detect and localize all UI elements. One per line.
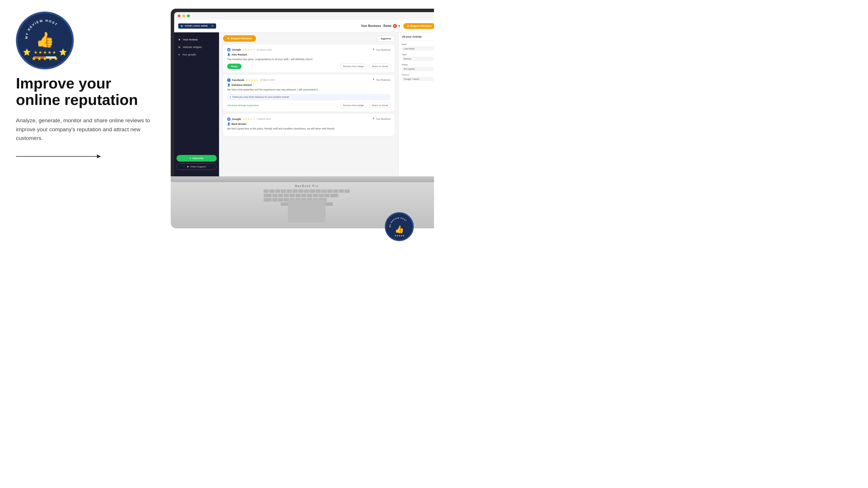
review-business: 📍 Your Business: [372, 48, 391, 51]
star-icon: ★: [178, 38, 181, 41]
laptop-brand-label: MacBook Pro: [295, 185, 318, 188]
location-icon: 📍: [372, 78, 375, 81]
logo-left-star: ⭐: [23, 48, 31, 56]
right-section: YOUR LOGO HERE ✕ Your Business · Rome 8 …: [156, 0, 434, 244]
location-icon: 📍: [372, 118, 375, 120]
subscribe-icon: ●: [189, 157, 191, 160]
reviewer-name: 👤 Mark Brown: [227, 123, 391, 126]
bottom-right-badge: MY REVIEW HOST 👍 ★★★★★: [385, 212, 414, 241]
reviews-header: ★ Request Reviews Aggiorna: [223, 35, 395, 42]
logo-stars: ★ ★ ★ ★ ★: [34, 50, 56, 55]
window-controls: [174, 12, 434, 20]
app-sidebar: ★ Your reviews ⊞ Website widgets ● Your …: [174, 32, 219, 176]
app-ui: YOUR LOGO HERE ✕ Your Business · Rome 8 …: [174, 20, 434, 176]
type-filter-value: Review: [402, 57, 434, 61]
video-icon: ▶: [187, 165, 189, 168]
topnav-request-reviews-button[interactable]: ★ Request Reviews: [403, 23, 434, 29]
location-icon: 📍: [372, 48, 375, 51]
person-icon: 👤: [227, 84, 230, 87]
circle-icon: ●: [178, 53, 180, 56]
review-business: 📍 Your Business: [372, 118, 391, 120]
sidebar-bottom: ● Subscribe ▶ Video Support: [174, 152, 219, 173]
right-panel: All your Activity Date Last Week Type Re…: [399, 32, 434, 176]
review-business: 📍 Your Business: [372, 78, 391, 81]
grid-icon: ⊞: [178, 46, 181, 48]
review-source: G Google ★ ★ ★ ★ ★: [227, 48, 272, 52]
reviews-panel: ★ Request Reviews Aggiorna: [219, 32, 399, 176]
logo-circle: MY REVIEW HOST 👍 ★ ★ ★ ★ ★ ⭐ ⭐ ★ ★ ★ ★ ★: [16, 11, 74, 69]
date-filter-value: Last Week: [402, 46, 434, 51]
notification-badge: 8: [393, 24, 397, 28]
type-filter-label: Type: [402, 53, 434, 56]
reply-filter[interactable]: Reply Not replied: [402, 63, 434, 71]
sidebar-item-your-growth[interactable]: ● Your growth: [174, 51, 219, 58]
already-replied-label: You have already responded: [227, 104, 258, 107]
minimize-dot: [182, 14, 185, 18]
facebook-reply-icon: f: [230, 96, 231, 99]
reply-button[interactable]: Reply: [227, 64, 242, 69]
type-filter[interactable]: Type Review: [402, 53, 434, 61]
review-stars: ★ ★ ★ ★ ★: [243, 118, 255, 121]
app-main: ★ Your reviews ⊞ Website widgets ● Your …: [174, 32, 434, 176]
logo-bottom-stars: ★ ★ ★ ★ ★: [32, 56, 58, 62]
screen-bezel: YOUR LOGO HERE ✕ Your Business · Rome 8 …: [174, 12, 434, 176]
source-filter-label: Source: [402, 73, 434, 76]
review-card: G Google ★ ★ ★ ★ ★: [223, 44, 395, 72]
subscribe-button[interactable]: ● Subscribe: [177, 155, 217, 162]
laptop: YOUR LOGO HERE ✕ Your Business · Rome 8 …: [171, 9, 434, 228]
app-logo: YOUR LOGO HERE ✕: [178, 24, 216, 29]
star-icon: ★: [407, 25, 409, 28]
review-text: The reception was great, congratulations…: [227, 58, 391, 61]
trackpad[interactable]: [288, 199, 326, 223]
review-card-header: G Google ★ ★ ★ ★ ★: [227, 48, 391, 52]
review-actions: Reply Remove from widget Share on Social: [227, 64, 391, 69]
google-icon: G: [227, 48, 230, 52]
source-filter-value: Google, Faceb...: [402, 77, 434, 81]
reviewer-name: 👤 Alex Rastani: [227, 53, 391, 56]
request-reviews-button[interactable]: ★ Request Reviews: [223, 35, 256, 42]
logo-close[interactable]: ✕: [211, 25, 214, 28]
review-card-header: f Facebook ★ ★ ★ ★ ★: [227, 78, 391, 82]
laptop-screen: YOUR LOGO HERE ✕ Your Business · Rome 8 …: [171, 9, 434, 176]
sidebar-item-your-reviews[interactable]: ★ Your reviews: [174, 36, 219, 43]
share-on-social-button[interactable]: Share on Social: [369, 64, 391, 69]
business-selector[interactable]: Your Business · Rome 8 ▾: [361, 24, 400, 28]
review-card-header: G Google ★ ★ ★ ★ ★: [227, 118, 391, 121]
reviewer-name: 👤 Gianluca Simoni: [227, 84, 391, 87]
date-filter-label: Date: [402, 43, 434, 46]
review-stars: ★ ★ ★ ★ ★: [246, 78, 258, 82]
video-support-button[interactable]: ▶ Video Support: [177, 163, 217, 170]
google-icon: G: [227, 118, 230, 121]
review-text: We had a visit yesterday and the experie…: [227, 88, 391, 92]
svg-text:MY REVIEW HOST: MY REVIEW HOST: [25, 19, 58, 39]
review-text: We had a great time at this place, frien…: [227, 127, 391, 131]
source-filter[interactable]: Source Google, Faceb...: [402, 73, 434, 81]
date-filter[interactable]: Date Last Week: [402, 43, 434, 51]
logo-right-star: ⭐: [59, 48, 67, 56]
remove-from-widget-button[interactable]: Remove from widget: [340, 64, 367, 69]
aggiorna-button[interactable]: Aggiorna: [377, 36, 395, 42]
review-source: G Google ★ ★ ★ ★ ★: [227, 118, 271, 121]
person-icon: 👤: [227, 123, 230, 126]
star-icon: ★: [227, 37, 229, 40]
reply-filter-value: Not replied: [402, 67, 434, 71]
review-card: f Facebook ★ ★ ★ ★ ★: [223, 75, 395, 111]
sidebar-item-website-widgets[interactable]: ⊞ Website widgets: [174, 43, 219, 51]
close-dot: [178, 14, 181, 18]
reply-filter-label: Reply: [402, 63, 434, 66]
review-stars: ★ ★ ★ ★ ★: [243, 48, 255, 51]
reply-bubble: f Thank you very much Gianluca for your …: [227, 94, 391, 100]
right-panel-title: All your Activity: [402, 35, 434, 38]
review-source: f Facebook ★ ★ ★ ★ ★: [227, 78, 275, 82]
review-card: G Google ★ ★ ★ ★ ★: [223, 114, 395, 136]
remove-from-widget-button[interactable]: Remove from widget: [340, 103, 367, 108]
app-topnav: YOUR LOGO HERE ✕ Your Business · Rome 8 …: [174, 20, 434, 32]
main-subtext: Analyze, generate, monitor and share onl…: [16, 116, 155, 142]
logo-inner: MY REVIEW HOST 👍 ★ ★ ★ ★ ★: [33, 22, 56, 59]
share-on-social-button[interactable]: Share on Social: [369, 103, 391, 108]
logo-dot: [181, 25, 183, 27]
main-heading: Improve your online reputation: [16, 75, 138, 108]
review-actions: You have already responded Remove from w…: [227, 103, 391, 108]
left-section: MY REVIEW HOST 👍 ★ ★ ★ ★ ★ ⭐ ⭐ ★ ★ ★ ★ ★: [0, 0, 179, 244]
person-icon: 👤: [227, 53, 230, 56]
